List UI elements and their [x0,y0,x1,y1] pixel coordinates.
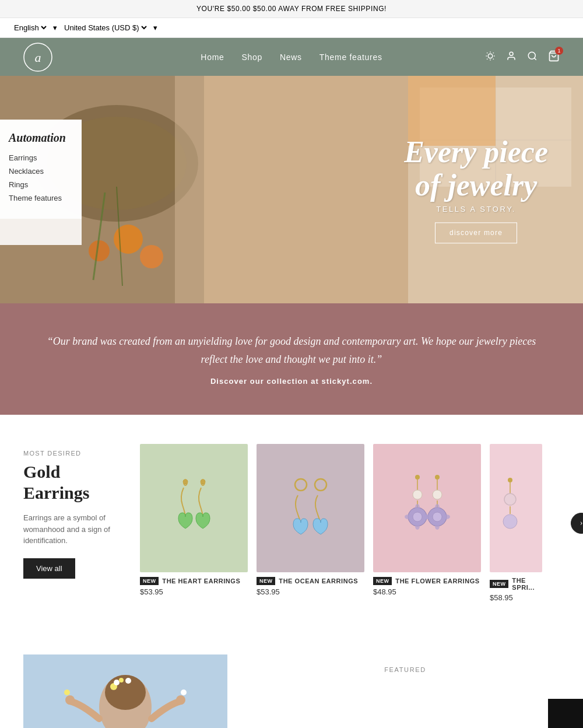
new-badge-2: NEW [257,577,275,585]
svg-point-63 [176,695,185,705]
product-name-4: THE SPRI... [512,577,542,591]
svg-point-47 [443,514,450,519]
svg-point-33 [413,512,422,522]
svg-point-27 [315,479,326,491]
account-icon[interactable] [506,51,517,64]
svg-point-35 [415,523,420,530]
theme-toggle-icon[interactable] [485,51,496,64]
nav-home[interactable]: Home [201,52,224,62]
svg-point-28 [415,475,420,480]
svg-point-59 [119,678,124,682]
nav-icons: 1 [485,50,560,64]
quote-section: “Our brand was created from an unyieldin… [0,303,583,415]
cart-icon[interactable]: 1 [548,50,560,64]
announcement-bar: YOU'RE $50.00 $50.00 AWAY FROM FREE SHIP… [0,0,583,18]
hero-headline: Every piece of jewelry [404,135,548,202]
new-badge-3: NEW [373,577,392,585]
hero-text: Every piece of jewelry TELLS A STORY. di… [404,135,548,243]
products-heading: Gold Earrings [23,461,128,503]
bottom-section: FEATURED [0,631,583,728]
section-tag: MOST DESIRED [23,450,128,457]
svg-point-30 [413,490,422,499]
svg-point-11 [140,245,163,268]
svg-point-44 [435,504,440,511]
carousel-next-button[interactable]: › [571,513,583,534]
product-card-3[interactable]: NEW THE FLOWER EARRINGS $48.95 [373,444,481,602]
hero-menu-item-earrings[interactable]: Earrings [9,153,73,162]
nav-news[interactable]: News [280,52,302,62]
product-price-3: $48.95 [373,587,481,596]
products-description: Earrings are a symbol of womanhood and a… [23,512,128,547]
product-image-2 [257,444,364,572]
svg-point-40 [433,490,442,499]
featured-tag: FEATURED [251,666,560,673]
black-corner-block [548,699,583,728]
svg-point-3 [510,52,513,55]
lang-currency-separator: ▾ [53,23,57,32]
product-label-3: NEW THE FLOWER EARRINGS [373,577,481,585]
svg-point-61 [65,695,75,705]
svg-point-64 [181,690,187,695]
svg-point-26 [295,479,307,491]
hero-dropdown-panel: Automation Earrings Necklaces Rings Them… [0,120,82,219]
svg-point-34 [415,504,420,511]
svg-point-36 [405,514,412,519]
svg-point-45 [435,523,440,530]
product-card-2[interactable]: NEW THE OCEAN EARRINGS $53.95 [257,444,364,602]
announcement-text: YOU'RE $50.00 $50.00 AWAY FROM FREE SHIP… [196,5,387,13]
svg-point-60 [125,678,131,684]
product-price-4: $58.95 [490,593,542,602]
currency-select[interactable]: United States (USD $) [62,23,149,33]
search-icon[interactable] [527,51,538,64]
svg-point-10 [114,225,143,254]
hero-menu-list: Earrings Necklaces Rings Theme features [9,153,73,202]
product-image-1 [140,444,248,572]
nav-shop[interactable]: Shop [241,52,262,62]
brand-quote: “Our brand was created from an unyieldin… [47,332,536,368]
nav-theme-features[interactable]: Theme features [319,52,382,62]
hero-menu-item-theme[interactable]: Theme features [9,194,73,202]
svg-point-4 [528,52,535,59]
svg-point-43 [433,512,442,522]
products-carousel: NEW THE HEART EARRINGS $53.95 [140,444,560,602]
svg-point-50 [504,494,516,505]
language-select[interactable]: English [12,23,48,33]
view-all-button[interactable]: View all [23,558,75,579]
product-image-3 [373,444,481,572]
logo[interactable]: a [23,43,52,72]
discover-more-button[interactable]: discover more [435,223,517,244]
svg-point-58 [114,680,120,685]
new-badge-1: NEW [140,577,159,585]
svg-point-56 [105,675,146,710]
hero-subtitle: TELLS A STORY. [404,205,548,214]
svg-point-52 [503,514,517,528]
product-name-2: THE OCEAN EARRINGS [279,578,358,584]
bottom-image [23,654,227,728]
hero-menu-item-rings[interactable]: Rings [9,180,73,189]
hero-menu-item-necklaces[interactable]: Necklaces [9,167,73,176]
hero-section: Automation Earrings Necklaces Rings Them… [0,76,583,303]
product-card-1[interactable]: NEW THE HEART EARRINGS $53.95 [140,444,248,602]
main-nav: Home Shop News Theme features [201,52,382,62]
svg-rect-15 [175,76,408,303]
product-label-4: NEW THE SPRI... [490,577,542,591]
product-name-1: THE HEART EARRINGS [162,578,240,584]
product-name-3: THE FLOWER EARRINGS [395,578,479,584]
svg-text:a: a [35,50,41,64]
new-badge-4: NEW [490,580,508,588]
svg-point-2 [488,54,493,58]
product-price-2: $53.95 [257,587,364,596]
quote-tagline: Discover our collection at stickyt.com. [47,377,536,386]
hero-brand-name: Automation [9,131,73,145]
product-label-2: NEW THE OCEAN EARRINGS [257,577,364,585]
bottom-right: FEATURED [251,654,560,728]
products-intro: MOST DESIRED Gold Earrings Earrings are … [23,444,140,602]
product-card-4[interactable]: NEW THE SPRI... $58.95 [490,444,542,602]
svg-point-48 [508,478,512,482]
lang-bar: English ▾ United States (USD $) ▾ [0,18,583,38]
svg-point-62 [64,690,70,695]
svg-point-38 [435,475,440,480]
product-price-1: $53.95 [140,587,248,596]
product-label-1: NEW THE HEART EARRINGS [140,577,248,585]
products-section: ‹ MOST DESIRED Gold Earrings Earrings ar… [0,415,583,631]
